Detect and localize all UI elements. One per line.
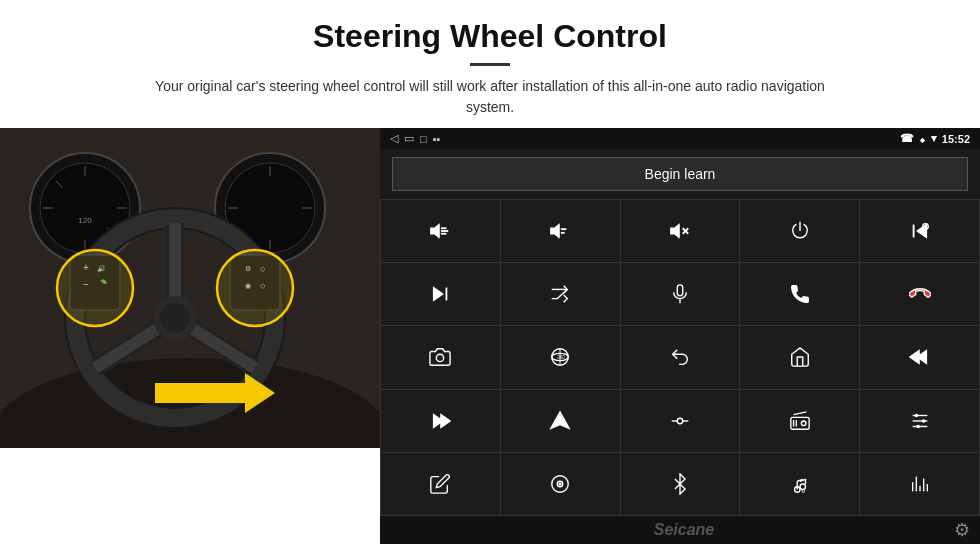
prev-track-2-button[interactable] [860, 326, 979, 388]
svg-marker-42 [551, 225, 559, 238]
svg-point-56 [437, 355, 444, 362]
svg-marker-64 [441, 414, 450, 427]
vol-up-button[interactable] [381, 200, 500, 262]
svg-point-36 [57, 250, 133, 326]
svg-point-77 [921, 419, 925, 423]
vol-down-button[interactable] [501, 200, 620, 262]
svg-point-70 [801, 421, 806, 426]
navigate-button[interactable] [501, 390, 620, 452]
icons-grid: 360 [380, 199, 980, 516]
begin-learn-row: Begin learn [380, 149, 980, 199]
view-360-button[interactable]: 360 [501, 326, 620, 388]
status-right: ☎ ⬥ ▾ 15:52 [900, 132, 970, 145]
svg-text:360: 360 [557, 355, 565, 360]
phone-call-button[interactable] [740, 263, 859, 325]
svg-point-26 [160, 303, 190, 333]
pen-button[interactable] [381, 453, 500, 515]
radio-button[interactable] [740, 390, 859, 452]
svg-marker-52 [434, 288, 443, 301]
svg-marker-65 [551, 412, 569, 429]
status-left: ◁ ▭ □ ▪▪ [390, 132, 440, 145]
svg-text:⚙: ⚙ [801, 489, 806, 494]
recent-nav-icon[interactable]: □ [420, 133, 427, 145]
bluetooth-button[interactable] [621, 453, 740, 515]
power-button[interactable] [740, 200, 859, 262]
steering-bg: 120 [0, 128, 380, 448]
seicane-watermark: Seicane [414, 521, 954, 539]
home-nav-icon[interactable]: ▭ [404, 132, 414, 145]
page-title: Steering Wheel Control [60, 18, 920, 55]
svg-point-81 [559, 483, 561, 485]
svg-marker-45 [671, 225, 679, 238]
back-arrow-button[interactable] [621, 326, 740, 388]
shuffle-next-button[interactable] [501, 263, 620, 325]
home-button[interactable] [740, 326, 859, 388]
back-nav-icon[interactable]: ◁ [390, 132, 398, 145]
svg-marker-62 [910, 351, 919, 364]
fast-forward-button[interactable] [381, 390, 500, 452]
signal-icon: ▪▪ [433, 133, 441, 145]
microphone-button[interactable] [621, 263, 740, 325]
music-settings-button[interactable]: ⚙ [740, 453, 859, 515]
svg-point-78 [916, 424, 920, 428]
svg-marker-38 [431, 225, 439, 238]
content-area: 120 [0, 128, 980, 544]
wifi-icon: ▾ [931, 132, 937, 145]
svg-point-37 [217, 250, 293, 326]
bottom-bar: Seicane ⚙ [380, 516, 980, 544]
next-track-button[interactable] [381, 263, 500, 325]
control-panel: ◁ ▭ □ ▪▪ ☎ ⬥ ▾ 15:52 Begin learn [380, 128, 980, 544]
cd-button[interactable] [501, 453, 620, 515]
vol-mute-button[interactable] [621, 200, 740, 262]
phone-end-button[interactable] [860, 263, 979, 325]
settings-gear-icon[interactable]: ⚙ [954, 519, 970, 541]
location-icon: ⬥ [919, 133, 926, 145]
svg-point-66 [677, 418, 683, 424]
steering-wheel-svg: 120 [0, 128, 380, 448]
phone-status-icon: ☎ [900, 132, 914, 145]
subtitle: Your original car's steering wheel contr… [140, 76, 840, 118]
equalizer-button[interactable] [621, 390, 740, 452]
title-divider [470, 63, 510, 66]
image-panel: 120 [0, 128, 380, 448]
svg-marker-49 [917, 225, 926, 238]
begin-learn-button[interactable]: Begin learn [392, 157, 968, 191]
audio-bars-button[interactable] [860, 453, 979, 515]
svg-point-76 [914, 413, 918, 417]
page-wrapper: Steering Wheel Control Your original car… [0, 0, 980, 544]
clock: 15:52 [942, 133, 970, 145]
camera-button[interactable] [381, 326, 500, 388]
prev-phone-button[interactable] [860, 200, 979, 262]
status-bar: ◁ ▭ □ ▪▪ ☎ ⬥ ▾ 15:52 [380, 128, 980, 149]
svg-text:120: 120 [78, 216, 92, 225]
sliders-button[interactable] [860, 390, 979, 452]
svg-rect-54 [677, 285, 683, 296]
header-section: Steering Wheel Control Your original car… [0, 0, 980, 128]
